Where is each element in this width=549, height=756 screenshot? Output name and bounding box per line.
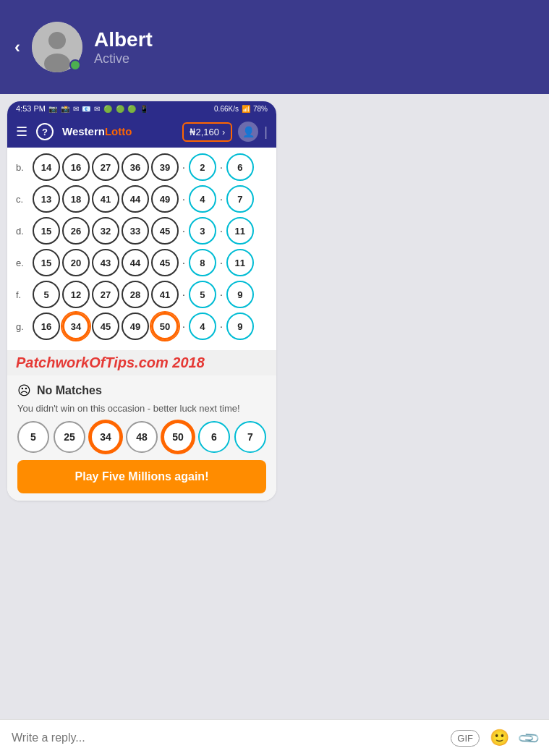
chat-header: ‹ Albert Active [0,0,549,94]
help-button[interactable]: ? [36,123,54,140]
row-label: d. [16,226,30,237]
nav-left: ☰ ? WesternLotto [16,123,132,140]
online-status-indicator [69,59,81,71]
status-left: 4:53 PM 📷 📸 ✉ 📧 ✉ 🟢 🟢 🟢 📱 [16,104,149,113]
dot-separator: · [218,161,224,173]
watermark-text: PatchworkOfTips.com 2018 [16,354,205,370]
balance-button[interactable]: ₦2,160 › [182,122,232,142]
wifi-icon: 📶 [242,105,250,113]
result-ball: 25 [54,421,85,453]
dot-separator: · [218,193,224,205]
dot-separator: · [181,257,187,268]
lotto-ball: 36 [122,153,149,181]
network-speed: 0.66K/s [214,105,239,113]
watermark: PatchworkOfTips.com 2018 [7,350,276,375]
message-bubble: 4:53 PM 📷 📸 ✉ 📧 ✉ 🟢 🟢 🟢 📱 0.66K/s 📶 78% … [7,101,276,501]
avatar-wrap [32,22,82,72]
dot-separator: · [218,289,224,300]
lotto-ball: 41 [92,185,119,213]
bonus-ball: 11 [226,249,254,276]
lotto-row: e.1520434445·8·11 [16,249,268,276]
lotto-ball: 44 [122,185,149,213]
balance-arrow: › [222,127,225,137]
lotto-ball: 16 [33,313,60,340]
lotto-ball: 45 [92,313,119,340]
no-matches-row: ☹ No Matches [17,383,266,399]
lotto-ball: 49 [122,313,149,340]
result-area: ☹ No Matches You didn't win on this occa… [7,375,276,501]
balance-amount: ₦2,160 [190,127,219,137]
lotto-ball: 27 [92,281,119,308]
result-message: You didn't win on this occasion - better… [17,403,266,414]
row-label: c. [16,194,30,205]
lotto-ball: 12 [62,281,90,308]
lotto-ball: 45 [151,249,179,276]
reply-actions: GIF 🙂 📎 [451,729,537,747]
bonus-ball: 9 [226,281,254,308]
result-ball: 5 [17,421,49,453]
lotto-ball: 41 [151,281,179,308]
chat-area: 4:53 PM 📷 📸 ✉ 📧 ✉ 🟢 🟢 🟢 📱 0.66K/s 📶 78% … [0,94,549,719]
dot-separator: · [181,320,187,332]
back-button[interactable]: ‹ [14,37,20,57]
row-label: e. [16,258,30,268]
hamburger-icon[interactable]: ☰ [16,124,27,140]
lotto-ball: 13 [33,185,60,213]
dot-separator: · [218,257,224,268]
lotto-ball: 50 [151,313,179,340]
profile-icon[interactable]: 👤 [238,122,258,142]
lotto-ball: 18 [62,185,90,213]
dot-separator: · [218,320,224,332]
bonus-ball: 8 [189,249,216,276]
emoji-button[interactable]: 🙂 [490,729,509,747]
lotto-ball: 43 [92,249,119,276]
result-ball: 6 [198,421,230,453]
result-balls-row: 52534485067 [17,421,266,453]
result-ball: 50 [162,421,194,453]
result-ball: 48 [126,421,158,453]
status-icons: 📷 📸 ✉ 📧 ✉ 🟢 🟢 🟢 📱 [48,105,149,113]
row-label: f. [16,289,30,300]
lotto-ball: 33 [122,217,149,245]
lotto-ball: 15 [33,249,60,276]
lotto-ball: 28 [122,281,149,308]
lotto-row: f.512272841·5·9 [16,281,268,308]
reply-input[interactable] [12,731,442,744]
dot-separator: · [181,289,187,300]
lotto-ball: 34 [62,313,90,340]
lotto-ball: 15 [33,217,60,245]
dot-separator: · [181,193,187,205]
lotto-row: d.1526323345·3·11 [16,217,268,245]
reply-bar: GIF 🙂 📎 [0,719,549,756]
bonus-ball: 11 [226,217,254,245]
lotto-ball: 44 [122,249,149,276]
attach-button[interactable]: 📎 [516,726,541,751]
logo: WesternLotto [62,125,132,138]
lotto-grid: b.1416273639·2·6c.1318414449·4·7d.152632… [7,148,276,350]
lotto-row: c.1318414449·4·7 [16,185,268,213]
no-matches-label: No Matches [37,384,102,397]
status-time: 4:53 PM [16,104,46,113]
battery-level: 78% [253,105,268,113]
status-right: 0.66K/s 📶 78% [214,105,268,113]
lotto-ball: 20 [62,249,90,276]
user-info: Albert Active [94,28,153,67]
phone-status-bar: 4:53 PM 📷 📸 ✉ 📧 ✉ 🟢 🟢 🟢 📱 0.66K/s 📶 78% [7,101,276,116]
bonus-ball: 5 [189,281,216,308]
bonus-ball: 2 [189,153,216,181]
lotto-ball: 49 [151,185,179,213]
lotto-ball: 32 [92,217,119,245]
nav-right: ₦2,160 › 👤 | [182,122,268,142]
lotto-ball: 27 [92,153,119,181]
bonus-ball: 6 [226,153,254,181]
nav-divider: | [264,124,268,140]
user-name: Albert [94,28,153,51]
lotto-ball: 39 [151,153,179,181]
bonus-ball: 4 [189,313,216,340]
bonus-ball: 9 [226,313,254,340]
play-again-button[interactable]: Play Five Millions again! [17,460,266,493]
phone-nav: ☰ ? WesternLotto ₦2,160 › 👤 | [7,116,276,148]
result-ball: 7 [234,421,266,453]
lotto-ball: 45 [151,217,179,245]
gif-button[interactable]: GIF [451,730,480,747]
